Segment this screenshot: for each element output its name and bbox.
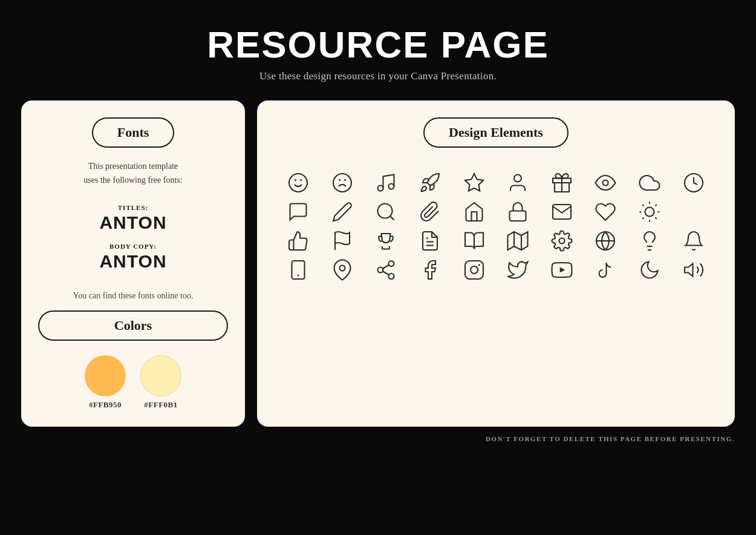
pin-icon <box>412 201 449 223</box>
home-icon <box>455 201 492 223</box>
moon-icon <box>631 259 668 281</box>
swatch-1-label: #FFB950 <box>89 400 122 410</box>
person-icon <box>500 172 536 194</box>
globe-icon <box>587 230 624 252</box>
pencil-icon <box>324 201 361 223</box>
flag-icon <box>324 230 361 252</box>
svg-line-25 <box>656 205 657 206</box>
swatch-2-label: #FFF0B1 <box>144 400 178 410</box>
fonts-online-text: You can find these fonts online too. <box>73 291 194 301</box>
placeholder-2 <box>675 201 712 223</box>
star-icon <box>455 172 492 194</box>
bell-icon <box>675 230 712 252</box>
svg-marker-48 <box>560 268 565 273</box>
swatch-1: #FFB950 <box>85 355 126 410</box>
svg-line-24 <box>642 218 644 219</box>
youtube-icon <box>544 259 581 281</box>
facebook-icon <box>412 259 449 281</box>
fonts-badge: Fonts <box>92 117 175 148</box>
svg-point-40 <box>339 266 345 271</box>
music-icon <box>368 172 405 194</box>
phone-icon <box>280 259 317 281</box>
search-icon <box>368 201 405 223</box>
book-icon <box>455 230 492 252</box>
thumbsup-icon <box>280 230 317 252</box>
svg-point-43 <box>389 274 394 279</box>
lightbulb-icon <box>631 230 668 252</box>
svg-marker-30 <box>508 232 528 250</box>
twitter-icon <box>500 259 536 281</box>
titles-spec: TITLES: ANTON <box>99 202 166 233</box>
fonts-description: This presentation template uses the foll… <box>83 160 182 187</box>
svg-point-42 <box>378 268 383 273</box>
page-subtitle: Use these design resources in your Canva… <box>207 70 549 82</box>
heart-icon <box>587 201 624 223</box>
svg-point-6 <box>378 186 383 191</box>
location-icon <box>324 259 361 281</box>
page-title: RESOURCE PAGE <box>207 24 549 65</box>
map-icon <box>500 230 536 252</box>
eye-icon <box>587 172 624 194</box>
sad-icon <box>324 172 361 194</box>
body-label: BODY COPY: <box>109 243 157 250</box>
swatch-2-circle <box>140 355 181 396</box>
svg-point-7 <box>389 184 394 189</box>
lock-icon <box>500 201 536 223</box>
svg-line-15 <box>390 216 394 220</box>
design-elements-badge: Design Elements <box>423 117 569 148</box>
titles-font-name: ANTON <box>99 212 166 233</box>
chat-icon <box>280 201 317 223</box>
svg-line-45 <box>383 265 389 269</box>
titles-label: TITLES: <box>118 204 148 211</box>
color-swatches: #FFB950 #FFF0B1 <box>85 355 181 410</box>
svg-point-17 <box>645 208 654 217</box>
sun-icon <box>631 201 668 223</box>
icons-grid <box>274 166 718 287</box>
page-header: RESOURCE PAGE Use these design resources… <box>207 24 549 82</box>
body-spec: BODY COPY: ANTON <box>99 240 166 272</box>
share-icon <box>368 259 405 281</box>
footer-note: DON'T FORGET TO DELETE THIS PAGE BEFORE … <box>21 435 735 442</box>
svg-point-3 <box>333 174 351 192</box>
design-card: Design Elements <box>257 100 735 427</box>
instagram-icon <box>455 259 492 281</box>
trophy-icon <box>368 230 405 252</box>
fonts-card: Fonts This presentation template uses th… <box>21 100 245 427</box>
colors-badge: Colors <box>38 310 228 341</box>
cloud-icon <box>631 172 668 194</box>
svg-line-21 <box>656 218 657 219</box>
tiktok-icon <box>587 259 624 281</box>
svg-point-9 <box>514 175 521 182</box>
swatch-2: #FFF0B1 <box>140 355 181 410</box>
cards-container: Fonts This presentation template uses th… <box>21 100 735 427</box>
svg-point-14 <box>378 204 393 218</box>
gift-icon <box>544 172 581 194</box>
mail-icon <box>544 201 581 223</box>
svg-point-33 <box>559 238 564 244</box>
smile-icon <box>280 172 317 194</box>
svg-point-0 <box>289 174 307 192</box>
svg-rect-16 <box>510 211 526 222</box>
svg-line-20 <box>642 205 644 206</box>
megaphone-icon <box>675 259 712 281</box>
body-font-name: ANTON <box>99 251 166 272</box>
svg-point-41 <box>389 261 394 266</box>
swatch-1-circle <box>85 355 126 396</box>
settings-icon <box>544 230 581 252</box>
svg-line-44 <box>383 271 389 275</box>
rocket-icon <box>412 172 449 194</box>
svg-point-12 <box>603 180 608 186</box>
svg-marker-8 <box>465 174 483 191</box>
document-icon <box>412 230 449 252</box>
clock-icon <box>675 172 712 194</box>
svg-rect-46 <box>465 261 483 279</box>
